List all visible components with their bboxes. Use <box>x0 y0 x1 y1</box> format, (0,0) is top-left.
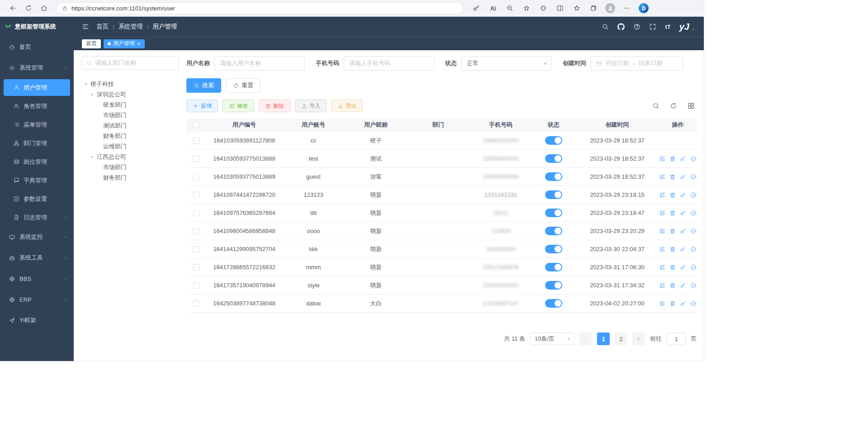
extensions-icon[interactable] <box>536 2 550 14</box>
assign-role-icon[interactable] <box>690 174 697 180</box>
add-button[interactable]: 新增 <box>186 100 218 112</box>
edit-icon[interactable] <box>659 156 665 162</box>
zoom-icon[interactable] <box>503 2 517 14</box>
tab-home[interactable]: 首页 <box>82 39 101 48</box>
sidebar-toggle-icon[interactable] <box>82 23 89 30</box>
assign-role-icon[interactable] <box>690 282 697 289</box>
page-size-select[interactable]: 10条/页 ▾ <box>530 333 574 345</box>
breadcrumb-item[interactable]: 首页 <box>96 23 109 31</box>
bing-logo[interactable]: b <box>637 2 650 14</box>
reset-password-icon[interactable] <box>680 156 686 162</box>
row-checkbox[interactable] <box>193 264 199 271</box>
sidebar-item-system-mgmt[interactable]: 系统管理 <box>0 57 74 78</box>
close-icon[interactable]: × <box>137 41 141 47</box>
row-checkbox[interactable] <box>193 156 199 162</box>
goto-page-input[interactable] <box>667 333 686 345</box>
more-menu-icon[interactable] <box>620 2 634 14</box>
status-toggle[interactable] <box>545 209 562 217</box>
reset-password-icon[interactable] <box>680 210 686 216</box>
split-screen-icon[interactable] <box>553 2 567 14</box>
delete-icon[interactable] <box>669 264 676 271</box>
assign-role-icon[interactable] <box>690 210 697 216</box>
page-button-1[interactable]: 1 <box>597 333 610 345</box>
table-refresh-icon[interactable] <box>668 100 679 111</box>
delete-icon[interactable] <box>669 174 676 180</box>
row-checkbox[interactable] <box>193 174 199 180</box>
password-key-icon[interactable] <box>470 2 483 14</box>
reset-password-icon[interactable] <box>680 264 686 271</box>
prev-page-button[interactable] <box>579 333 592 345</box>
row-checkbox[interactable] <box>193 228 199 234</box>
status-toggle[interactable] <box>545 154 562 163</box>
tab-user-mgmt[interactable]: 用户管理 × <box>104 39 145 48</box>
assign-role-icon[interactable] <box>690 246 697 252</box>
tree-node-leaf[interactable]: 市场部门 <box>81 162 179 172</box>
tree-node-branch[interactable]: ▾ 深圳总公司 <box>81 89 179 100</box>
row-checkbox[interactable] <box>193 210 199 216</box>
status-toggle[interactable] <box>545 190 562 199</box>
tree-node-leaf[interactable]: 财务部门 <box>81 172 179 183</box>
reset-password-icon[interactable] <box>680 174 686 180</box>
tree-node-leaf[interactable]: 测试部门 <box>81 120 179 131</box>
edit-icon[interactable] <box>659 228 665 234</box>
dept-search-input[interactable]: 请输入部门名称 <box>81 56 179 70</box>
back-button[interactable] <box>5 2 21 14</box>
export-button[interactable]: 导出 <box>331 100 363 112</box>
row-checkbox[interactable] <box>193 282 199 289</box>
delete-button[interactable]: 删除 <box>259 100 290 112</box>
edit-icon[interactable] <box>659 264 665 271</box>
select-all-checkbox[interactable] <box>193 122 199 128</box>
address-bar[interactable]: https://ccnetcore.com:1101/system/user <box>56 2 463 14</box>
table-search-toggle-icon[interactable] <box>650 100 661 111</box>
tree-node-leaf[interactable]: 研发部门 <box>81 100 179 110</box>
reset-password-icon[interactable] <box>680 192 686 198</box>
edit-icon[interactable] <box>659 300 665 307</box>
status-toggle[interactable] <box>545 136 562 145</box>
sidebar-item-system-monitor[interactable]: 系统监控 <box>0 227 74 247</box>
reset-button[interactable]: 重置 <box>226 78 261 93</box>
assign-role-icon[interactable] <box>690 228 697 234</box>
status-toggle[interactable] <box>545 172 562 181</box>
date-range-input[interactable]: 开始日期 - 结束日期 <box>591 56 683 71</box>
sidebar-item-dept-mgmt[interactable]: 部门管理 <box>0 134 74 152</box>
sidebar-item-dict-mgmt[interactable]: 字典管理 <box>0 171 74 190</box>
breadcrumb-item[interactable]: 系统管理 <box>119 23 143 31</box>
delete-icon[interactable] <box>669 282 676 289</box>
search-icon[interactable] <box>602 23 609 30</box>
edit-icon[interactable] <box>659 210 665 216</box>
user-avatar-logo[interactable]: yJ <box>679 22 696 31</box>
reset-password-icon[interactable] <box>680 228 686 234</box>
status-toggle[interactable] <box>545 299 562 308</box>
reset-password-icon[interactable] <box>680 282 686 289</box>
question-icon[interactable] <box>633 23 640 30</box>
edit-icon[interactable] <box>659 282 665 289</box>
edit-button[interactable]: 修改 <box>223 100 254 112</box>
reset-password-icon[interactable] <box>680 246 686 252</box>
phone-input[interactable]: 请输入手机号码 <box>344 56 434 71</box>
tree-node-leaf[interactable]: 财务部门 <box>81 131 179 141</box>
sidebar-item-param-settings[interactable]: 参数设置 <box>0 190 74 208</box>
assign-role-icon[interactable] <box>690 300 697 307</box>
username-input[interactable]: 请输入用户名称 <box>214 56 305 71</box>
status-select[interactable]: 正常 ▾ <box>461 56 552 71</box>
sidebar-item-yi-framework[interactable]: Yi框架 <box>0 310 74 331</box>
sidebar-item-home[interactable]: 首页 <box>0 37 74 57</box>
sidebar-item-role-mgmt[interactable]: 角色管理 <box>0 97 74 115</box>
profile-avatar[interactable] <box>603 2 617 14</box>
assign-role-icon[interactable] <box>690 192 697 198</box>
sidebar-item-menu-mgmt[interactable]: 菜单管理 <box>0 115 74 134</box>
sidebar-item-bbs[interactable]: BBS <box>0 268 74 289</box>
row-checkbox[interactable] <box>193 138 199 144</box>
delete-icon[interactable] <box>669 300 676 307</box>
home-button[interactable] <box>36 2 52 14</box>
status-toggle[interactable] <box>545 245 562 253</box>
status-toggle[interactable] <box>545 263 562 271</box>
row-checkbox[interactable] <box>193 192 199 198</box>
import-button[interactable]: 导入 <box>295 100 327 112</box>
sidebar-item-user-mgmt[interactable]: 用户管理 <box>4 79 70 96</box>
reset-password-icon[interactable] <box>680 300 686 307</box>
edit-icon[interactable] <box>659 192 665 198</box>
row-checkbox[interactable] <box>193 300 199 307</box>
edit-icon[interactable] <box>659 174 665 180</box>
sidebar-item-post-mgmt[interactable]: 岗位管理 <box>0 152 74 171</box>
